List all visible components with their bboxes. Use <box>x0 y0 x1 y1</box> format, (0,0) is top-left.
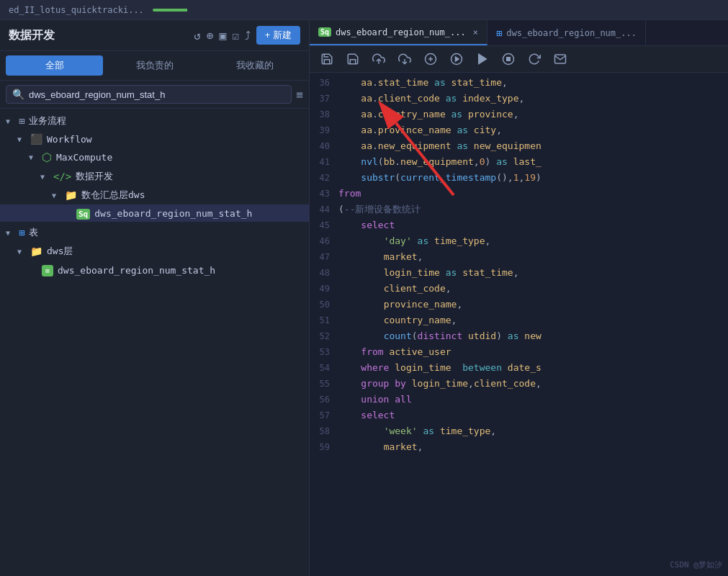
tree-item-sq-file[interactable]: Sq dws_eboard_region_num_stat_h <box>0 204 309 222</box>
save-button[interactable] <box>315 49 338 69</box>
folder-dws-icon: 📁 <box>30 246 42 257</box>
code-line: 48 login_time as stat_time, <box>310 266 728 282</box>
search-input-wrap: 🔍 <box>6 85 292 104</box>
code-line: 57 select <box>310 408 728 424</box>
dws-folder-label: 数仓汇总层dws <box>81 189 303 202</box>
code-line: 42 substr(current_timestamp(),1,19) <box>310 171 728 186</box>
business-flow-label: 业务流程 <box>29 114 303 127</box>
editor-tab-table[interactable]: ⊞ dws_eboard_region_num_... <box>487 20 646 45</box>
maxcompute-label: MaxCompute <box>56 152 303 163</box>
tree-item-table-file[interactable]: ⊞ dws_eboard_region_num_stat_h <box>0 261 309 279</box>
sync-icon[interactable]: ⊕ <box>207 29 214 42</box>
right-panel: Sq dws_eboard_region_num_... × ⊞ dws_ebo… <box>310 20 728 576</box>
folder-icon: 📁 <box>65 189 77 201</box>
code-line: 46 'day' as time_type, <box>310 234 728 250</box>
tab-favorites[interactable]: 我收藏的 <box>206 55 303 76</box>
close-tab-icon[interactable]: × <box>473 27 478 37</box>
code-line: 59 market, <box>310 440 728 456</box>
run-button[interactable] <box>445 49 468 69</box>
chevron-down-icon: ▼ <box>17 248 26 256</box>
filter-icon[interactable]: ≡ <box>296 88 303 102</box>
code-line: 54 where login_time between date_s <box>310 361 728 377</box>
upload-icon[interactable]: ⤴ <box>245 29 251 42</box>
table-tab-label: dws_eboard_region_num_... <box>506 28 637 38</box>
table-tab-icon: ⊞ <box>496 27 502 39</box>
upload-button[interactable] <box>367 49 390 69</box>
svg-marker-6 <box>456 57 459 61</box>
mail-button[interactable] <box>549 49 572 69</box>
search-input[interactable] <box>29 89 285 100</box>
tree-section-workflow: ▼ ⊞ 业务流程 ▼ ⬛ Workflow ▼ ⬡ MaxCompute <box>0 112 309 222</box>
download-button[interactable] <box>393 49 416 69</box>
sq-file-label: dws_eboard_region_num_stat_h <box>94 208 303 219</box>
refresh-button[interactable] <box>523 49 546 69</box>
chevron-down-icon: ▼ <box>40 173 49 181</box>
code-line: 39 aa.province_name as city, <box>310 123 728 139</box>
search-icon: 🔍 <box>12 89 24 100</box>
table-grid-icon: ⊞ <box>42 264 53 276</box>
sidebar-title: 数据开发 <box>9 28 55 43</box>
code-line: 52 count(distinct utdid) as new <box>310 329 728 345</box>
data-dev-label: 数据开发 <box>76 170 303 183</box>
code-icon: </> <box>53 171 71 182</box>
file-tree: ▼ ⊞ 业务流程 ▼ ⬛ Workflow ▼ ⬡ MaxCompute <box>0 109 309 576</box>
sidebar-tabs: 全部 我负责的 我收藏的 <box>0 51 309 81</box>
code-line: 44 (--新增设备数统计 <box>310 202 728 218</box>
sq-icon: Sq <box>76 207 90 219</box>
tab-all[interactable]: 全部 <box>6 55 103 76</box>
code-line: 38 aa.country_name as province, <box>310 107 728 123</box>
save-all-button[interactable] <box>341 49 364 69</box>
workflow-label: Workflow <box>47 134 303 145</box>
code-line: 45 select <box>310 218 728 234</box>
layout-icon[interactable]: ▣ <box>220 29 227 42</box>
chevron-down-icon: ▼ <box>29 153 37 161</box>
tab-mine[interactable]: 我负责的 <box>106 55 203 76</box>
svg-marker-7 <box>479 54 487 64</box>
tree-section-tables: ▼ ⊞ 表 ▼ 📁 dws层 ⊞ dws_eboard_region_num_s… <box>0 223 309 279</box>
table-icon: ⊞ <box>19 227 24 238</box>
grid-icon: ⊞ <box>19 115 24 127</box>
code-line: 36 aa.stat_time as stat_time, <box>310 76 728 91</box>
code-line: 49 client_code, <box>310 282 728 297</box>
sidebar-header: 数据开发 ↺ ⊕ ▣ ☑ ⤴ + 新建 <box>0 20 309 51</box>
editor-tab-sq[interactable]: Sq dws_eboard_region_num_... × <box>310 20 487 45</box>
chevron-down-icon: ▼ <box>17 135 26 143</box>
code-line: 41 nvl(bb.new_equipment,0) as last_ <box>310 155 728 171</box>
check-icon[interactable]: ☑ <box>232 29 239 42</box>
svg-rect-9 <box>507 58 511 61</box>
maxcompute-icon: ⬡ <box>42 150 52 164</box>
sq-tab-label: dws_eboard_region_num_... <box>336 27 466 37</box>
code-line: 58 'week' as time_type, <box>310 424 728 440</box>
new-button[interactable]: + 新建 <box>256 26 300 45</box>
sq-tab-icon: Sq <box>318 27 331 37</box>
table-section-label: 表 <box>29 226 303 239</box>
refresh-icon[interactable]: ↺ <box>194 29 201 42</box>
code-line: 50 province_name, <box>310 297 728 313</box>
chevron-down-icon: ▼ <box>52 192 60 199</box>
code-editor[interactable]: 36 aa.stat_time as stat_time, 37 aa.clie… <box>310 73 728 576</box>
code-line: 53 from active_user <box>310 345 728 361</box>
editor-toolbar <box>310 46 728 73</box>
tree-item-dws-layer[interactable]: ▼ 📁 dws层 <box>0 242 309 261</box>
tree-item-business-flow[interactable]: ▼ ⊞ 业务流程 <box>0 112 309 130</box>
tree-item-maxcompute[interactable]: ▼ ⬡ MaxCompute <box>0 148 309 167</box>
search-bar: 🔍 ≡ <box>0 81 309 109</box>
previous-tab-label: ed_II_lotus_quicktracki... <box>9 5 144 15</box>
code-line: 55 group by login_time,client_code, <box>310 377 728 392</box>
code-line: 47 market, <box>310 250 728 266</box>
code-line: 43 from <box>310 186 728 202</box>
tree-item-dws-folder[interactable]: ▼ 📁 数仓汇总层dws <box>0 186 309 204</box>
tree-item-table-section[interactable]: ▼ ⊞ 表 <box>0 223 309 242</box>
editor-tabs: Sq dws_eboard_region_num_... × ⊞ dws_ebo… <box>310 20 728 46</box>
stop-button[interactable] <box>497 49 520 69</box>
tree-item-workflow[interactable]: ▼ ⬛ Workflow <box>0 130 309 148</box>
code-line: 56 union all <box>310 392 728 408</box>
dollar-button[interactable] <box>419 49 442 69</box>
code-line: 51 country_name, <box>310 313 728 329</box>
tree-item-data-dev[interactable]: ▼ </> 数据开发 <box>0 167 309 186</box>
run-next-button[interactable] <box>471 49 494 69</box>
code-editor-container: 36 aa.stat_time as stat_time, 37 aa.clie… <box>310 73 728 576</box>
dws-layer-label: dws层 <box>47 245 303 258</box>
code-line: 37 aa.client_code as index_type, <box>310 91 728 107</box>
code-line: 40 aa.new_equipment as new_equipmen <box>310 139 728 155</box>
